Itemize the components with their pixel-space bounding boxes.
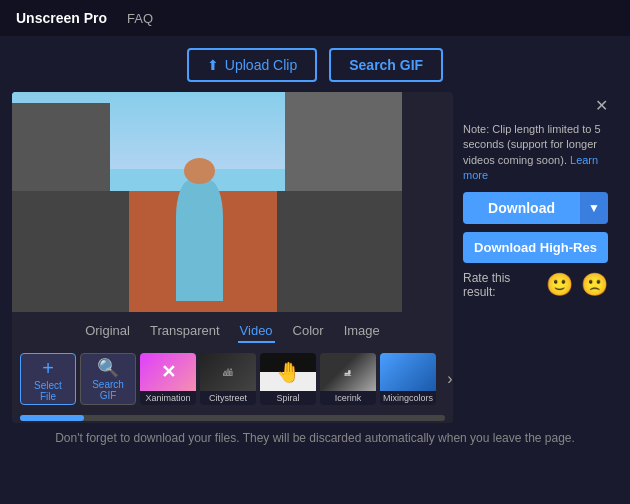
video-preview xyxy=(12,92,402,312)
right-panel: ✕ Note: Clip length limited to 5 seconds… xyxy=(453,92,618,423)
search-gif-thumb[interactable]: 🔍 SearchGIF xyxy=(80,353,136,405)
mixingcolors-label: Mixingcolors xyxy=(380,391,436,405)
citystreet-thumb[interactable]: 🏙 Citystreet xyxy=(200,353,256,405)
icerink-preview: ⛸ xyxy=(320,353,376,391)
mixingcolors-thumb[interactable]: Mixingcolors xyxy=(380,353,436,405)
close-button[interactable]: ✕ xyxy=(595,98,608,114)
rate-row: Rate this result: 🙂 🙁 xyxy=(463,271,608,299)
search-gif-button[interactable]: Search GIF xyxy=(329,48,443,82)
topnav: Unscreen Pro FAQ xyxy=(0,0,630,36)
upload-icon: ⬆ xyxy=(207,57,219,73)
main-content: Original Transparent Video Color Image +… xyxy=(0,92,630,423)
tab-original[interactable]: Original xyxy=(83,320,132,343)
street-scene xyxy=(12,92,402,312)
brand-label: Unscreen Pro xyxy=(16,10,107,26)
note-text: Note: Clip length limited to 5 seconds (… xyxy=(463,122,608,184)
citystreet-preview: 🏙 xyxy=(200,353,256,391)
citystreet-label: Citystreet xyxy=(200,391,256,405)
progress-bar-fill xyxy=(20,415,84,421)
download-button-group: Download ▼ xyxy=(463,192,608,224)
xanimation-label: Xanimation xyxy=(140,391,196,405)
header-buttons: ⬆ Upload Clip Search GIF xyxy=(0,36,630,92)
tabs-row: Original Transparent Video Color Image xyxy=(12,312,453,347)
progress-bar-container xyxy=(12,411,453,423)
spiral-preview: 🤚 xyxy=(260,353,316,391)
icerink-label: Icerink xyxy=(320,391,376,405)
tab-video[interactable]: Video xyxy=(238,320,275,343)
search-icon: 🔍 xyxy=(97,357,119,379)
select-file-label: SelectFile xyxy=(34,380,62,402)
download-button[interactable]: Download xyxy=(463,192,580,224)
faq-link[interactable]: FAQ xyxy=(127,11,153,26)
upload-clip-button[interactable]: ⬆ Upload Clip xyxy=(187,48,317,82)
tab-transparent[interactable]: Transparent xyxy=(148,320,222,343)
plus-icon: + xyxy=(42,357,54,380)
mixingcolors-preview xyxy=(380,353,436,391)
icerink-thumb[interactable]: ⛸ Icerink xyxy=(320,353,376,405)
happy-rating-button[interactable]: 🙂 xyxy=(546,272,573,298)
rate-label: Rate this result: xyxy=(463,271,538,299)
progress-bar-bg xyxy=(20,415,445,421)
thumbnail-strip: + SelectFile 🔍 SearchGIF ✕ Xanimation 🏙 … xyxy=(12,347,453,411)
footer: Don't forget to download your files. The… xyxy=(0,423,630,449)
spiral-thumb[interactable]: 🤚 Spiral xyxy=(260,353,316,405)
footer-text: Don't forget to download your files. The… xyxy=(55,431,575,445)
left-panel: Original Transparent Video Color Image +… xyxy=(12,92,453,423)
search-gif-thumb-label: SearchGIF xyxy=(92,379,124,401)
xanimation-thumb[interactable]: ✕ Xanimation xyxy=(140,353,196,405)
spiral-label: Spiral xyxy=(260,391,316,405)
download-dropdown-arrow[interactable]: ▼ xyxy=(580,192,608,224)
tab-color[interactable]: Color xyxy=(291,320,326,343)
download-hires-button[interactable]: Download High-Res xyxy=(463,232,608,263)
sad-rating-button[interactable]: 🙁 xyxy=(581,272,608,298)
select-file-thumb[interactable]: + SelectFile xyxy=(20,353,76,405)
xanimation-preview: ✕ xyxy=(140,353,196,391)
chevron-down-icon: ▼ xyxy=(588,201,600,215)
tab-image[interactable]: Image xyxy=(342,320,382,343)
thumb-strip-next-arrow[interactable]: › xyxy=(440,353,453,405)
